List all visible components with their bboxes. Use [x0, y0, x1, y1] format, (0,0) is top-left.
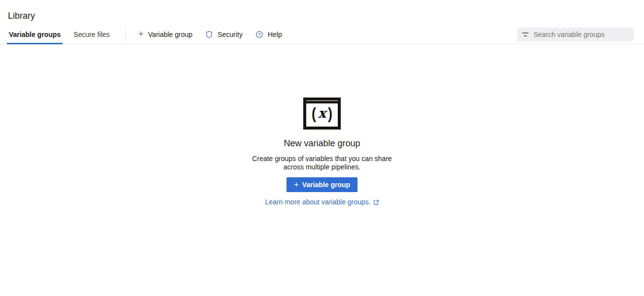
page-header: Library	[0, 0, 644, 25]
tab-variable-groups-label: Variable groups	[9, 31, 61, 38]
create-variable-group-label: Variable group	[302, 181, 350, 189]
empty-state: ( x ) New variable group Create groups o…	[245, 98, 399, 206]
learn-more-label: Learn more about variable groups.	[265, 198, 370, 206]
tab-secure-files[interactable]: Secure files	[72, 25, 111, 44]
tab-secure-files-label: Secure files	[73, 31, 109, 38]
tabs: Variable groups Secure files	[7, 25, 120, 44]
plus-icon: +	[294, 180, 299, 189]
main-content: ( x ) New variable group Create groups o…	[0, 44, 644, 206]
page-title: Library	[8, 10, 636, 22]
create-variable-group-button[interactable]: + Variable group	[286, 177, 358, 192]
learn-more-link[interactable]: Learn more about variable groups.	[265, 198, 379, 206]
tab-bar: Variable groups Secure files + Variable …	[0, 25, 644, 44]
tab-variable-groups[interactable]: Variable groups	[7, 25, 63, 44]
empty-state-title: New variable group	[284, 138, 360, 149]
add-variable-group-button[interactable]: + Variable group	[132, 26, 199, 43]
empty-state-description: Create groups of variables that you can …	[245, 155, 399, 171]
variable-group-icon: ( x )	[303, 98, 341, 130]
security-button[interactable]: Security	[199, 26, 249, 43]
toolbar-divider	[125, 28, 126, 41]
help-button[interactable]: ? Help	[249, 26, 288, 43]
add-variable-group-label: Variable group	[148, 31, 192, 38]
security-label: Security	[217, 31, 243, 38]
search-input[interactable]	[534, 31, 630, 38]
search-box[interactable]	[517, 28, 634, 41]
external-link-icon	[373, 199, 379, 205]
filter-icon	[521, 33, 529, 36]
toolbar: + Variable group Security ? Help	[132, 26, 288, 43]
variable-group-icon-glyph: ( x )	[306, 103, 338, 124]
plus-icon: +	[138, 29, 143, 38]
svg-text:?: ?	[258, 32, 261, 37]
shield-icon	[205, 31, 213, 38]
help-label: Help	[268, 31, 282, 38]
help-icon: ?	[255, 31, 263, 38]
